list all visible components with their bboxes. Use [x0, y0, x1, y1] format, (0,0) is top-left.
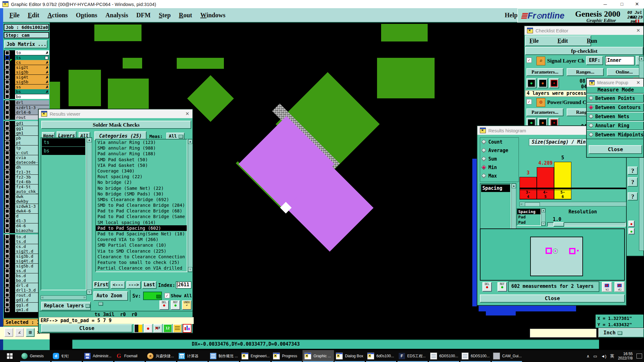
tray-monitor-icon[interactable]: ▭	[593, 354, 597, 359]
rv-first-button[interactable]: First	[93, 281, 109, 289]
checklist-item1-parameters-button[interactable]: Parameters...	[526, 68, 564, 76]
layer-checkbox[interactable]	[5, 228, 9, 233]
tray-language[interactable]: 英	[610, 353, 614, 359]
category-row[interactable]: Coverage (340)	[96, 168, 187, 174]
layer-checkbox[interactable]	[5, 308, 9, 312]
radio-diamond-icon[interactable]	[481, 165, 486, 170]
stat-option-count[interactable]: Count	[480, 138, 519, 146]
checklist-item2-parameters-button[interactable]: Parameters...	[526, 108, 564, 116]
layer-checkbox[interactable]	[5, 288, 9, 293]
checklist-help-button[interactable]: ?	[628, 192, 638, 200]
layer-checkbox[interactable]	[5, 70, 9, 74]
tray-chevron-icon[interactable]: ∧	[586, 354, 590, 359]
layer-checkbox[interactable]	[5, 131, 9, 135]
menu-actions[interactable]: Actions	[47, 12, 68, 19]
measure-popup-titlebar[interactable]: Measure Popup ✕	[587, 79, 643, 87]
layer-checkbox[interactable]	[5, 121, 9, 126]
layer-row-sig3b[interactable]: sig3b	[4, 70, 49, 75]
menu-edit[interactable]: Edit	[558, 38, 568, 44]
layer-checkbox[interactable]	[5, 293, 9, 297]
taskbar-item[interactable]: d钉钉	[51, 350, 82, 362]
layer-checkbox[interactable]	[5, 254, 9, 258]
layer-checkbox[interactable]	[5, 94, 9, 99]
radio-diamond-icon[interactable]	[481, 140, 486, 145]
layer-checkbox[interactable]	[5, 278, 9, 283]
layer-row-sig4t[interactable]: sig4t	[4, 75, 49, 80]
stat-option-sum[interactable]: Sum	[480, 155, 519, 163]
layer-checkbox[interactable]	[5, 65, 9, 69]
category-row[interactable]: No Bridge (SMD Pads) (30)	[96, 191, 187, 197]
slider-thumb[interactable]	[553, 222, 564, 227]
layer-checkbox[interactable]	[5, 184, 9, 189]
report-icon[interactable]	[173, 324, 182, 333]
measure-option-between-points[interactable]: Between Points	[587, 94, 644, 103]
job-matrix-button[interactable]: Job Matrix ...	[4, 40, 47, 48]
category-row[interactable]: SMDs Clearance Bridge (692)	[96, 197, 187, 202]
layer-checkbox[interactable]	[5, 209, 9, 213]
scroll-right-icon[interactable]: ▷	[84, 296, 86, 299]
layer-checkbox[interactable]	[5, 105, 9, 110]
scroll-thumb[interactable]	[525, 202, 540, 206]
action-center-icon[interactable]	[636, 354, 642, 359]
rv-undo-button[interactable]: UNDO↶	[182, 300, 192, 310]
layer-row-bo[interactable]: bo	[4, 94, 49, 99]
taskbar-item[interactable]: Progress	[271, 350, 303, 362]
results-viewer-close-icon[interactable]: ✕	[185, 111, 189, 117]
layer-checkbox[interactable]	[5, 51, 9, 55]
layer-checkbox[interactable]	[5, 249, 9, 254]
scroll-down-icon[interactable]: ▽	[188, 267, 192, 272]
menu-edit[interactable]: Edit	[28, 12, 39, 19]
resolution-slider[interactable]	[547, 222, 626, 227]
category-row[interactable]: Rout spacing (22)	[96, 174, 187, 179]
layer-checkbox[interactable]	[5, 264, 9, 268]
layer-checkbox[interactable]	[5, 145, 9, 150]
layer-checkbox[interactable]	[5, 90, 9, 94]
measurement-preview[interactable]	[480, 228, 625, 281]
measure-item[interactable]: Pad	[517, 214, 541, 220]
scroll-left-icon[interactable]: ◁	[42, 296, 43, 299]
menu-rout[interactable]: Rout	[179, 12, 192, 19]
rv-next-button[interactable]: --->	[126, 281, 141, 289]
taskbar-item[interactable]: Genesis	[19, 350, 51, 362]
rv-del-button[interactable]: DEL●	[159, 300, 169, 310]
measure-option-between-midpoints[interactable]: Between Midpoints	[587, 130, 644, 139]
tray-volume-icon[interactable]: ◄)	[601, 354, 606, 359]
histogram-measure-scrollbar[interactable]: ▲ ▽	[541, 208, 546, 226]
histogram-measure-listbox[interactable]: SpacingPadPad	[517, 208, 541, 226]
fit-view-button[interactable]: ↘	[4, 328, 13, 337]
radio-diamond-icon[interactable]	[481, 148, 486, 153]
radio-diamond-icon[interactable]	[589, 132, 594, 137]
pages-icon[interactable]: 12	[163, 324, 172, 333]
category-row[interactable]: Pad to Pad Spacing (602)	[96, 225, 187, 231]
category-row[interactable]: SMD Pad Gasket (50)	[96, 157, 187, 162]
layer-row-sig5b[interactable]: sig5b	[4, 80, 49, 85]
measure-popup-close-icon[interactable]: ✕	[636, 80, 640, 85]
layer-row-to[interactable]: to	[4, 50, 49, 55]
layer-checkbox[interactable]	[5, 223, 9, 228]
rv-category-listbox[interactable]: Via annular Ring (123)SMD annular Ring (…	[95, 139, 187, 272]
layer-checkbox[interactable]	[5, 136, 9, 140]
layer-checkbox[interactable]	[5, 259, 9, 263]
scale-tool-button[interactable]: ∠	[15, 328, 24, 337]
layer-checkbox[interactable]	[5, 55, 9, 60]
category-row[interactable]: Partial Clearance on VIA drilled	[96, 265, 187, 271]
rv-category-scrollbar[interactable]: ▲ ▽	[188, 139, 193, 272]
stat-option-min[interactable]: Min	[480, 163, 519, 172]
layer-checkbox[interactable]	[5, 101, 9, 105]
radio-diamond-icon[interactable]	[589, 105, 594, 110]
tray-clock[interactable]: 16:55 2022/7/8	[618, 352, 633, 360]
taskbar-item[interactable]: Dialog Box	[334, 350, 365, 362]
rv-layer-ts[interactable]: ts	[42, 138, 85, 146]
layer-checkbox[interactable]	[5, 219, 9, 223]
results-viewer-titlebar[interactable]: Results viewer ✕	[39, 109, 192, 118]
rv-layer-hscrollbar[interactable]: ◁ ▷	[41, 295, 86, 300]
ref-off-icon[interactable]: REF ✕	[153, 324, 162, 333]
category-row[interactable]: SMD to Pad Clearance Bridge (284)	[96, 202, 187, 208]
layer-checkbox[interactable]	[5, 175, 9, 179]
histogram-icon[interactable]	[183, 324, 192, 333]
layer-row-drl[interactable]: drl	[4, 100, 49, 105]
run-stop-icon[interactable]: ✱	[549, 78, 559, 88]
category-row[interactable]: Covered VIA to SM (266)	[96, 237, 187, 242]
taskbar-item[interactable]: Engineeri...	[240, 350, 271, 362]
checklist-titlebar[interactable]: Checklist Editor ✕	[525, 26, 643, 35]
